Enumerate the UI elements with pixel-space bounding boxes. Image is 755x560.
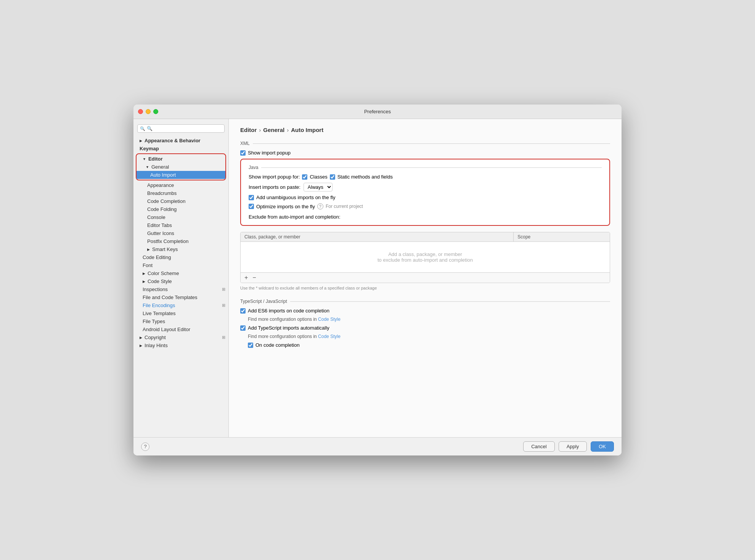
sidebar-item-console[interactable]: Console bbox=[133, 213, 228, 221]
typescript-hint-row: Find more configuration options in Code … bbox=[248, 334, 610, 339]
ok-button[interactable]: OK bbox=[591, 441, 614, 452]
optimize-checkbox[interactable] bbox=[249, 204, 254, 209]
window-title: Preferences bbox=[364, 109, 391, 114]
sidebar-item-label: Smart Keys bbox=[152, 246, 178, 252]
badge-icon: ⊞ bbox=[222, 335, 225, 340]
footer: ? Cancel Apply OK bbox=[133, 437, 622, 455]
help-button[interactable]: ? bbox=[141, 443, 149, 451]
sidebar-item-keymap[interactable]: Keymap bbox=[133, 145, 228, 153]
java-section: Java Show import popup for: Classes Stat… bbox=[240, 159, 610, 226]
search-box[interactable]: 🔍 bbox=[137, 124, 225, 133]
sidebar-item-label: Editor bbox=[148, 156, 163, 162]
chevron-right-icon: ▶ bbox=[147, 248, 150, 251]
typescript-row: Add TypeScript imports automatically bbox=[240, 325, 610, 331]
main-content: 🔍 ▶ Appearance & Behavior Keymap ▼ Edito… bbox=[133, 119, 622, 437]
typescript-checkbox[interactable] bbox=[240, 325, 246, 331]
sidebar-item-file-types[interactable]: File Types bbox=[133, 317, 228, 325]
es6-label: Add ES6 imports on code completion bbox=[248, 308, 329, 314]
breadcrumb-sep1: › bbox=[259, 127, 261, 133]
breadcrumb-general: General bbox=[263, 127, 284, 133]
exclude-label: Exclude from auto-import and completion: bbox=[249, 214, 602, 220]
sidebar-item-editor-tabs[interactable]: Editor Tabs bbox=[133, 221, 228, 229]
add-button[interactable]: + bbox=[244, 274, 249, 281]
for-current-project-label: For current project bbox=[326, 204, 363, 209]
sidebar-item-general[interactable]: ▼ General bbox=[137, 163, 225, 171]
exclude-section: Class, package, or member Scope Add a cl… bbox=[240, 232, 610, 291]
sidebar-item-copyright[interactable]: ▶ Copyright ⊞ bbox=[133, 333, 228, 341]
remove-button[interactable]: − bbox=[252, 274, 257, 281]
insert-imports-select[interactable]: Always Ask Never bbox=[304, 183, 333, 191]
sidebar-item-android-layout-editor[interactable]: Android Layout Editor bbox=[133, 325, 228, 333]
show-import-popup-label: Show import popup bbox=[248, 150, 291, 156]
exclude-placeholder: Add a class, package, or memberto exclud… bbox=[378, 251, 473, 263]
search-input[interactable] bbox=[147, 126, 222, 131]
chevron-right-icon: ▶ bbox=[140, 336, 142, 340]
preferences-window: Preferences 🔍 ▶ Appearance & Behavior Ke… bbox=[133, 105, 622, 455]
sidebar-item-label: Code Editing bbox=[143, 254, 171, 260]
sidebar-item-appearance-behavior[interactable]: ▶ Appearance & Behavior bbox=[133, 137, 228, 145]
static-methods-checkbox[interactable] bbox=[330, 174, 335, 180]
sidebar-item-label: Copyright bbox=[145, 335, 166, 340]
close-button[interactable] bbox=[138, 109, 143, 114]
sidebar-item-code-folding[interactable]: Code Folding bbox=[133, 205, 228, 213]
on-completion-checkbox[interactable] bbox=[248, 343, 253, 348]
es6-code-style-link[interactable]: Code Style bbox=[318, 317, 341, 322]
sidebar-item-label: Android Layout Editor bbox=[143, 327, 190, 332]
sidebar-item-postfix-completion[interactable]: Postfix Completion bbox=[133, 237, 228, 245]
editor-section-group: ▼ Editor ▼ General Auto Import bbox=[136, 153, 226, 180]
sidebar-item-auto-import[interactable]: Auto Import bbox=[137, 171, 225, 179]
exclude-table-header: Class, package, or member Scope bbox=[241, 232, 610, 242]
typescript-section: TypeScript / JavaScript Add ES6 imports … bbox=[240, 299, 610, 348]
sidebar-item-gutter-icons[interactable]: Gutter Icons bbox=[133, 229, 228, 237]
sidebar-item-appearance[interactable]: Appearance bbox=[133, 181, 228, 189]
sidebar-item-editor[interactable]: ▼ Editor bbox=[137, 155, 225, 163]
sidebar-item-label: Appearance & Behavior bbox=[145, 138, 201, 143]
sidebar-item-color-scheme[interactable]: ▶ Color Scheme bbox=[133, 269, 228, 277]
sidebar-item-code-editing[interactable]: Code Editing bbox=[133, 253, 228, 261]
breadcrumb-sep2: › bbox=[287, 127, 289, 133]
sidebar-item-inlay-hints[interactable]: ▶ Inlay Hints bbox=[133, 341, 228, 349]
sidebar-item-label: Live Templates bbox=[143, 311, 175, 316]
unambiguous-checkbox[interactable] bbox=[249, 195, 254, 200]
es6-hint: Find more configuration options in bbox=[248, 317, 318, 322]
sidebar-item-file-code-templates[interactable]: File and Code Templates bbox=[133, 293, 228, 301]
sidebar-item-label: Editor Tabs bbox=[147, 222, 172, 228]
on-completion-label: On code completion bbox=[255, 342, 300, 348]
chevron-down-icon: ▼ bbox=[146, 165, 149, 169]
sidebar-item-font[interactable]: Font bbox=[133, 261, 228, 269]
sidebar-item-label: Auto Import bbox=[150, 172, 176, 178]
show-import-popup-checkbox[interactable] bbox=[240, 150, 246, 156]
chevron-right-icon: ▶ bbox=[140, 139, 142, 143]
ts-section-label: TypeScript / JavaScript bbox=[240, 299, 610, 304]
titlebar: Preferences bbox=[133, 105, 622, 119]
sidebar-item-file-encodings[interactable]: File Encodings ⊞ bbox=[133, 301, 228, 309]
sidebar: 🔍 ▶ Appearance & Behavior Keymap ▼ Edito… bbox=[133, 119, 229, 437]
exclude-table-body: Add a class, package, or memberto exclud… bbox=[241, 242, 610, 272]
sidebar-item-label: Code Completion bbox=[147, 198, 185, 204]
sidebar-item-code-completion[interactable]: Code Completion bbox=[133, 197, 228, 205]
minimize-button[interactable] bbox=[146, 109, 151, 114]
chevron-down-icon: ▼ bbox=[143, 157, 146, 161]
sidebar-item-label: Console bbox=[147, 214, 165, 220]
sidebar-item-code-style[interactable]: ▶ Code Style bbox=[133, 277, 228, 285]
es6-checkbox[interactable] bbox=[240, 308, 246, 314]
chevron-right-icon: ▶ bbox=[143, 272, 145, 275]
cancel-button[interactable]: Cancel bbox=[523, 441, 554, 452]
typescript-code-style-link[interactable]: Code Style bbox=[318, 334, 341, 339]
es6-row: Add ES6 imports on code completion bbox=[240, 308, 610, 314]
sidebar-item-live-templates[interactable]: Live Templates bbox=[133, 309, 228, 317]
sidebar-item-smart-keys[interactable]: ▶ Smart Keys bbox=[133, 245, 228, 253]
help-icon[interactable]: ? bbox=[317, 203, 323, 209]
sidebar-item-label: Breadcrumbs bbox=[147, 190, 177, 196]
chevron-right-icon: ▶ bbox=[140, 344, 142, 348]
footer-left: ? bbox=[141, 443, 149, 451]
xml-section: XML Show import popup bbox=[240, 141, 610, 156]
sidebar-item-inspections[interactable]: Inspections ⊞ bbox=[133, 285, 228, 293]
content-area: Editor › General › Auto Import XML Show … bbox=[229, 119, 622, 437]
maximize-button[interactable] bbox=[153, 109, 158, 114]
breadcrumb-auto-import: Auto Import bbox=[291, 127, 323, 133]
search-icon: 🔍 bbox=[140, 126, 145, 131]
classes-checkbox[interactable] bbox=[302, 174, 307, 180]
apply-button[interactable]: Apply bbox=[559, 441, 587, 452]
sidebar-item-breadcrumbs[interactable]: Breadcrumbs bbox=[133, 189, 228, 197]
